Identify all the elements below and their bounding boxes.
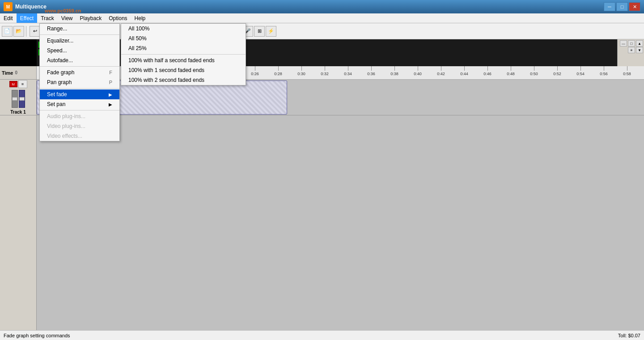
effect-menu-sep-3 bbox=[40, 110, 119, 110]
ruler-label-21: 0:50 bbox=[530, 72, 538, 76]
effect-menu-range[interactable]: Range... bbox=[40, 24, 119, 34]
set-fade-sep-1 bbox=[121, 54, 246, 55]
ruler-label-14: 0:36 bbox=[367, 72, 375, 76]
set-fade-half-sec[interactable]: 100% with half a second faded ends bbox=[121, 55, 246, 65]
watermark: www.pc0359.cn bbox=[45, 8, 81, 13]
ruler-tick-15 bbox=[394, 66, 395, 71]
tb-open[interactable]: 📂 bbox=[13, 26, 24, 37]
close-button[interactable]: ✕ bbox=[629, 2, 640, 11]
menu-view[interactable]: View bbox=[58, 13, 76, 23]
time-value: 0 bbox=[15, 70, 17, 75]
title-bar: M Multiquence ─ □ ✕ bbox=[0, 0, 644, 13]
ruler-label-20: 0:48 bbox=[507, 72, 515, 76]
effect-menu-equalizer[interactable]: Equalizer... bbox=[40, 36, 119, 46]
ruler-tick-21 bbox=[534, 66, 534, 71]
effect-menu-sep-0 bbox=[40, 34, 119, 35]
menu-playback[interactable]: Playback bbox=[76, 13, 106, 23]
effect-menu-set-fade[interactable]: Set fade ▶ bbox=[40, 89, 119, 99]
effect-menu-speed[interactable]: Speed... bbox=[40, 46, 119, 55]
effect-menu-sep-1 bbox=[40, 66, 119, 67]
set-fade-2sec[interactable]: 100% with 2 second faded ends bbox=[121, 75, 246, 85]
ruler-label-25: 0:58 bbox=[623, 72, 631, 76]
time-header: Time 0 bbox=[0, 66, 36, 80]
ruler-label-11: 0:30 bbox=[297, 72, 305, 76]
track1-mute-button[interactable]: M bbox=[9, 81, 17, 87]
ruler-label-9: 0:26 bbox=[251, 72, 259, 76]
set-fade-arrow-icon: ▶ bbox=[109, 92, 112, 97]
set-fade-submenu: All 100% All 50% All 25% 100% with half … bbox=[121, 23, 246, 85]
status-message: Fade graph setting commands bbox=[4, 333, 70, 338]
tb-grid[interactable]: ⊞ bbox=[254, 26, 265, 37]
pan-graph-label: Pan graph bbox=[47, 79, 72, 85]
ruler-label-13: 0:34 bbox=[344, 72, 352, 76]
ruler-label-16: 0:40 bbox=[414, 72, 422, 76]
menu-help[interactable]: Help bbox=[131, 13, 149, 23]
ruler-label-15: 0:38 bbox=[390, 72, 398, 76]
effect-menu-set-pan[interactable]: Set pan ▶ bbox=[40, 99, 119, 109]
menu-track[interactable]: Track bbox=[37, 13, 58, 23]
minimize-button[interactable]: ─ bbox=[604, 2, 615, 11]
track1-fader-handle bbox=[12, 97, 17, 101]
track-headers: Time 0 M ≡ Track 1 bbox=[0, 66, 37, 330]
maximize-button[interactable]: □ bbox=[616, 2, 628, 11]
track1-pan-handle bbox=[19, 97, 25, 101]
menu-options[interactable]: Options bbox=[105, 13, 131, 23]
tb-new[interactable]: 📄 bbox=[2, 26, 13, 37]
time-label: Time bbox=[2, 70, 13, 76]
ruler-tick-12 bbox=[325, 66, 325, 71]
set-fade-50[interactable]: All 50% bbox=[121, 34, 246, 43]
set-fade-100[interactable]: All 100% bbox=[121, 24, 246, 34]
track1-settings-button[interactable]: ≡ bbox=[18, 80, 27, 88]
fade-graph-shortcut: F bbox=[109, 70, 112, 75]
mini-btn-1[interactable]: — bbox=[620, 40, 627, 47]
ruler-tick-14 bbox=[371, 66, 372, 71]
ruler-label-22: 0:52 bbox=[553, 72, 561, 76]
ruler-tick-9 bbox=[255, 66, 255, 71]
ruler-tick-24 bbox=[604, 66, 604, 71]
mini-btn-5[interactable]: ▼ bbox=[636, 47, 643, 53]
ruler-tick-25 bbox=[627, 66, 627, 71]
title-bar-left: M Multiquence bbox=[4, 2, 47, 11]
effect-menu-fade-graph[interactable]: Fade graph F bbox=[40, 68, 119, 77]
timeline-area: 0:080:100:120:140:160:180:200:220:240:26… bbox=[37, 66, 644, 330]
tb-undo[interactable]: ↩ bbox=[30, 26, 40, 37]
track1-fader-row bbox=[12, 90, 25, 108]
ruler-tick-22 bbox=[557, 66, 558, 71]
effect-menu-audio-plugins: Audio plug-ins... bbox=[40, 111, 119, 121]
mini-btn-4[interactable]: ≡ bbox=[628, 47, 635, 53]
effect-menu-video-effects: Video effects... bbox=[40, 131, 119, 141]
ruler-tick-10 bbox=[278, 66, 279, 71]
tb-fx[interactable]: ⚡ bbox=[266, 26, 276, 37]
menu-edit[interactable]: Edit bbox=[0, 13, 17, 23]
track1-name: Track 1 bbox=[10, 110, 25, 115]
mini-ctrl-row-2: ≡ ▼ bbox=[628, 47, 643, 53]
ruler-tick-23 bbox=[580, 66, 581, 71]
effect-menu-autofade[interactable]: Autofade... bbox=[40, 55, 119, 65]
mini-btn-2[interactable]: □ bbox=[628, 40, 635, 47]
ruler-label-10: 0:28 bbox=[274, 72, 282, 76]
ruler-label-18: 0:44 bbox=[460, 72, 468, 76]
ruler-tick-11 bbox=[301, 66, 302, 71]
mini-ctrl-row-1: — □ ▲ bbox=[620, 40, 643, 47]
menu-bar: Edit Effect Track View Playback Options … bbox=[0, 13, 644, 23]
ruler-tick-13 bbox=[348, 66, 348, 71]
pan-graph-shortcut: P bbox=[109, 80, 112, 85]
mute-icon: M bbox=[12, 82, 15, 86]
ruler-label-24: 0:56 bbox=[600, 72, 608, 76]
effect-menu-pan-graph[interactable]: Pan graph P bbox=[40, 77, 119, 87]
menu-effect[interactable]: Effect bbox=[17, 13, 37, 23]
toll-display: Toll: $0.07 bbox=[618, 333, 640, 338]
track1-header: M ≡ Track 1 bbox=[0, 80, 36, 115]
track1-pan-fader[interactable] bbox=[19, 90, 25, 108]
set-fade-25[interactable]: All 25% bbox=[121, 43, 246, 53]
track1-controls-row: M ≡ bbox=[9, 80, 27, 88]
ruler-tick-16 bbox=[418, 66, 418, 71]
set-fade-label: Set fade bbox=[47, 91, 67, 98]
app-title: Multiquence bbox=[15, 4, 47, 10]
ruler-label-12: 0:32 bbox=[321, 72, 329, 76]
tb-sep-1 bbox=[26, 26, 28, 37]
track1-volume-fader[interactable] bbox=[12, 90, 18, 108]
set-fade-1sec[interactable]: 100% with 1 second faded ends bbox=[121, 65, 246, 75]
mini-btn-3[interactable]: ▲ bbox=[636, 40, 643, 47]
effect-menu-sep-2 bbox=[40, 88, 119, 89]
